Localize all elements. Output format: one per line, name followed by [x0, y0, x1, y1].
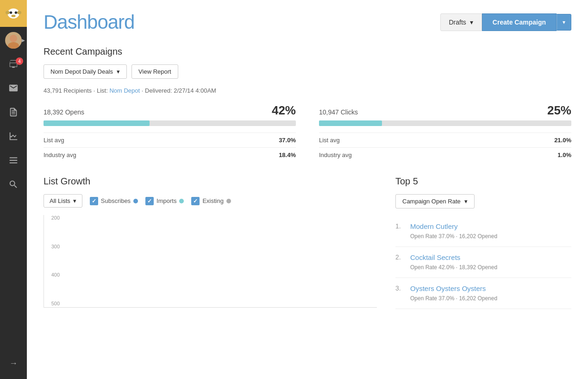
- clicks-list-avg-val: 21.0%: [554, 137, 571, 144]
- all-lists-chevron-icon: ▾: [73, 197, 76, 204]
- imports-label: Imports: [156, 197, 176, 204]
- avatar: [5, 32, 22, 49]
- meta-separator-1: ·: [94, 87, 97, 94]
- page-header: Dashboard Drafts ▾ Create Campaign ▾: [44, 11, 571, 33]
- campaign-meta: 43,791 Recipients · List: Nom Depot · De…: [44, 87, 571, 94]
- item-content: Modern Cutlery Open Rate 37.0% · 16,202 …: [410, 222, 497, 240]
- header-actions: Drafts ▾ Create Campaign ▾: [440, 13, 572, 31]
- meta-list: List: Nom Depot: [97, 87, 142, 94]
- sidebar-item-search[interactable]: [0, 172, 27, 196]
- item-meta: Open Rate 42.0% · 18,392 Opened: [410, 264, 497, 271]
- item-meta: Open Rate 37.0% · 16,202 Opened: [410, 295, 497, 302]
- svg-point-3: [10, 12, 12, 14]
- meta-separator-2: ·: [142, 87, 145, 94]
- more-icon: ▾: [563, 19, 565, 25]
- opens-header: 18,392 Opens 42%: [44, 103, 296, 118]
- bottom-panels: List Growth All Lists ▾ Subscribes Impor…: [44, 176, 571, 309]
- sidebar-item-analytics[interactable]: [0, 124, 27, 148]
- list-growth-section: List Growth All Lists ▾ Subscribes Impor…: [44, 176, 377, 309]
- svg-point-4: [15, 12, 17, 14]
- y-axis-labels: 500 400 300 200: [44, 215, 63, 307]
- all-lists-button[interactable]: All Lists ▾: [44, 194, 82, 208]
- drafts-chevron-icon: ▾: [470, 19, 473, 26]
- clicks-list-avg-label: List avg: [319, 137, 340, 144]
- user-avatar[interactable]: ▶: [0, 27, 27, 54]
- sidebar-item-lists[interactable]: [0, 148, 27, 172]
- opens-list-avg-row: List avg 37.0%: [44, 133, 296, 147]
- lists-icon: [8, 155, 19, 165]
- drafts-label: Drafts: [449, 19, 466, 26]
- opens-label: 18,392 Opens: [44, 108, 84, 116]
- stats-grid: 18,392 Opens 42% List avg 37.0% Industry…: [44, 103, 571, 162]
- subscribes-checkbox[interactable]: [90, 197, 98, 205]
- campaign-name-label: Nom Depot Daily Deals: [50, 68, 113, 75]
- analytics-icon: [8, 131, 19, 141]
- opens-bar-bg: [44, 120, 296, 126]
- create-campaign-button[interactable]: Create Campaign: [482, 13, 557, 31]
- subscribes-label: Subscribes: [101, 197, 131, 204]
- metric-selector-button[interactable]: Campaign Open Rate ▾: [395, 194, 475, 208]
- create-campaign-more-button[interactable]: ▾: [557, 14, 571, 31]
- clicks-industry-avg-label: Industry avg: [319, 152, 352, 158]
- opens-industry-avg-val: 18.4%: [279, 152, 296, 158]
- item-name[interactable]: Cocktail Secrets: [410, 253, 497, 261]
- subscribes-dot: [133, 199, 138, 203]
- opens-bar-fill: [44, 120, 150, 126]
- opens-stat: 18,392 Opens 42% List avg 37.0% Industry…: [44, 103, 296, 162]
- logo: [0, 0, 27, 27]
- metric-label: Campaign Open Rate: [402, 198, 461, 205]
- item-meta: Open Rate 37.0% · 16,202 Opened: [410, 233, 497, 240]
- list-item: 1. Modern Cutlery Open Rate 37.0% · 16,2…: [395, 216, 571, 247]
- imports-dot: [179, 199, 184, 203]
- item-rank: 2.: [395, 253, 405, 271]
- sidebar-bottom: →: [0, 352, 27, 374]
- clicks-bar-fill: [319, 120, 382, 126]
- create-campaign-label: Create Campaign: [493, 19, 546, 26]
- meta-delivered: Delivered: 2/27/14 4:00AM: [145, 87, 216, 94]
- opens-industry-avg-row: Industry avg 18.4%: [44, 147, 296, 162]
- clicks-label: 10,947 Clicks: [319, 108, 358, 116]
- badge-count: 4: [16, 57, 23, 65]
- item-rank: 1.: [395, 222, 405, 240]
- svg-point-2: [17, 11, 21, 14]
- sidebar-item-campaigns[interactable]: [0, 76, 27, 100]
- reports-icon: [8, 107, 19, 117]
- expand-sidebar-button[interactable]: →: [0, 352, 27, 374]
- imports-checkbox-item: Imports: [145, 197, 184, 205]
- top5-controls: Campaign Open Rate ▾: [395, 194, 571, 208]
- page-title: Dashboard: [44, 11, 134, 33]
- recipients-link[interactable]: 43,791 Recipients: [44, 87, 94, 94]
- clicks-header: 10,947 Clicks 25%: [319, 103, 571, 118]
- view-report-label: View Report: [138, 68, 171, 75]
- existing-checkbox-item: Existing: [191, 197, 231, 205]
- campaign-selector-chevron-icon: ▾: [117, 68, 120, 75]
- notifications-badge[interactable]: 4: [0, 54, 27, 76]
- svg-point-5: [12, 15, 16, 17]
- sidebar-item-reports[interactable]: [0, 100, 27, 124]
- clicks-list-avg-row: List avg 21.0%: [319, 133, 571, 147]
- list-link[interactable]: Nom Depot: [109, 87, 140, 94]
- svg-point-1: [6, 11, 10, 14]
- sidebar: ▶ 4 →: [0, 0, 27, 379]
- opens-list-avg-val: 37.0%: [279, 137, 296, 144]
- y-label-200: 200: [44, 215, 60, 221]
- list-item: 2. Cocktail Secrets Open Rate 42.0% · 18…: [395, 247, 571, 278]
- top5-title: Top 5: [395, 176, 571, 187]
- bars-area: [64, 215, 377, 307]
- imports-checkbox[interactable]: [145, 197, 154, 205]
- existing-checkbox[interactable]: [191, 197, 200, 205]
- item-name[interactable]: Modern Cutlery: [410, 222, 497, 230]
- svg-point-7: [8, 42, 19, 49]
- opens-list-avg-label: List avg: [44, 137, 64, 144]
- item-content: Oysters Oysters Oysters Open Rate 37.0% …: [410, 284, 497, 302]
- existing-label: Existing: [202, 197, 224, 204]
- list-growth-title: List Growth: [44, 176, 377, 187]
- item-name[interactable]: Oysters Oysters Oysters: [410, 284, 497, 292]
- drafts-button[interactable]: Drafts ▾: [440, 13, 482, 31]
- campaign-selector-button[interactable]: Nom Depot Daily Deals ▾: [44, 64, 127, 79]
- clicks-pct: 25%: [547, 103, 571, 118]
- view-report-button[interactable]: View Report: [131, 64, 178, 79]
- list-growth-chart: 500 400 300 200: [44, 215, 377, 308]
- existing-dot: [226, 199, 231, 203]
- recent-campaigns-title: Recent Campaigns: [44, 46, 571, 57]
